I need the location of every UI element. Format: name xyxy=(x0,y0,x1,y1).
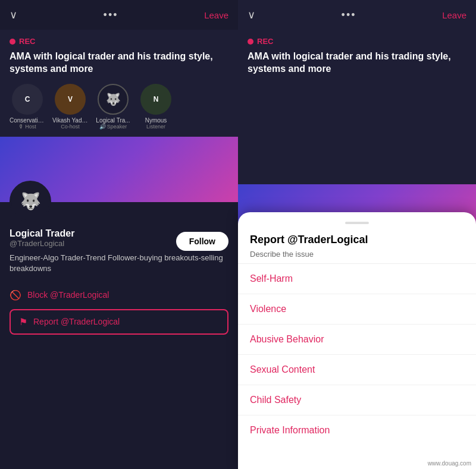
left-top-bar: ∨ ••• Leave xyxy=(0,0,238,30)
report-icon: ⚑ xyxy=(19,316,27,328)
chevron-down-icon[interactable]: ∨ xyxy=(10,8,17,21)
wolf-logo-icon: 🐺 xyxy=(99,85,127,114)
rec-label: REC xyxy=(19,37,35,46)
right-panel: ∨ ••• Leave REC AMA with logical trader … xyxy=(238,0,476,469)
speakers-row: C Conservativ... 🎙Host V Vikash Yadav Co… xyxy=(10,84,228,130)
sheet-handle xyxy=(345,222,369,224)
avatar: 🐺 xyxy=(98,84,129,115)
speaker-role: Co-host xyxy=(61,124,80,130)
speaker-name: Logical Tra... xyxy=(95,117,131,124)
speaker-name: Nymous xyxy=(138,117,174,124)
speaker-item[interactable]: V Vikash Yadav Co-host xyxy=(52,84,88,130)
rec-dot xyxy=(10,39,15,45)
room-title: AMA with logical trader and his trading … xyxy=(248,51,466,75)
profile-section: 🐺 Follow Logical Trader @TraderLogical E… xyxy=(0,202,238,469)
rec-label: REC xyxy=(257,37,273,46)
report-self-harm[interactable]: Self-Harm xyxy=(238,264,476,294)
speaker-item[interactable]: C Conservativ... 🎙Host xyxy=(10,84,45,130)
watermark: www.douag.com xyxy=(428,460,471,467)
report-sexual-content[interactable]: Sexual Content xyxy=(238,355,476,385)
room-card: REC AMA with logical trader and his trad… xyxy=(0,30,238,137)
leave-button[interactable]: Leave xyxy=(204,10,228,20)
profile-bio: Engineer-Algo Trader-Trend Follower-buyi… xyxy=(10,253,228,274)
sheet-subtitle: Describe the issue xyxy=(238,250,476,263)
block-icon: 🚫 xyxy=(10,289,21,301)
report-label: Report @TraderLogical xyxy=(33,317,120,326)
speaker-name: Vikash Yadav xyxy=(52,117,88,124)
report-sheet: Report @TraderLogical Describe the issue… xyxy=(238,212,476,469)
profile-avatar: 🐺 xyxy=(10,181,51,222)
profile-avatar-wrap: 🐺 xyxy=(10,181,51,222)
report-child-safety[interactable]: Child Safety xyxy=(238,385,476,416)
right-top-bar: ∨ ••• Leave xyxy=(238,0,476,30)
speaker-role: 🎙Host xyxy=(18,124,36,130)
rec-dot xyxy=(248,39,253,45)
left-panel: ∨ ••• Leave REC AMA with logical trader … xyxy=(0,0,238,469)
room-title: AMA with logical trader and his trading … xyxy=(10,51,228,75)
avatar: C xyxy=(12,84,43,115)
speaker-role: Listener xyxy=(146,124,165,130)
avatar: V xyxy=(55,84,86,115)
right-room-card: REC AMA with logical trader and his trad… xyxy=(238,30,476,91)
speaker-item[interactable]: 🐺 Logical Tra... 🔊 Speaker xyxy=(95,84,131,130)
block-label: Block @TraderLogical xyxy=(27,290,109,300)
chevron-down-icon[interactable]: ∨ xyxy=(248,8,255,21)
report-violence[interactable]: Violence xyxy=(238,294,476,325)
sheet-title: Report @TraderLogical xyxy=(238,234,476,250)
speaker-item[interactable]: N Nymous Listener xyxy=(138,84,174,130)
rec-badge: REC xyxy=(248,37,466,46)
speaker-name: Conservativ... xyxy=(10,117,45,124)
report-abusive-behavior[interactable]: Abusive Behavior xyxy=(238,325,476,355)
report-button[interactable]: ⚑ Report @TraderLogical xyxy=(10,309,228,335)
avatar: N xyxy=(140,84,171,115)
rec-badge: REC xyxy=(10,37,228,46)
more-options-icon[interactable]: ••• xyxy=(104,9,118,21)
more-options-icon[interactable]: ••• xyxy=(342,9,356,21)
report-private-information[interactable]: Private Information xyxy=(238,416,476,445)
speaker-role: 🔊 Speaker xyxy=(99,124,127,130)
block-button[interactable]: 🚫 Block @TraderLogical xyxy=(10,284,228,307)
follow-button[interactable]: Follow xyxy=(176,232,228,251)
leave-button[interactable]: Leave xyxy=(442,10,466,20)
